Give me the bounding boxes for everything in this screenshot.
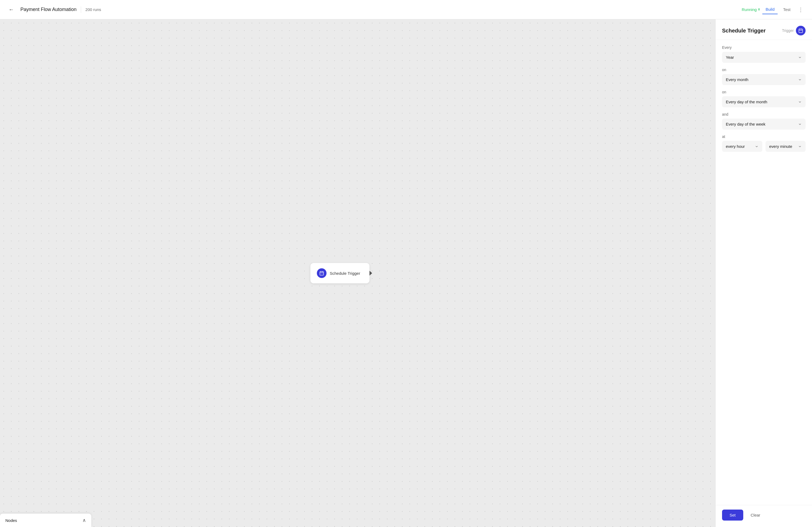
tab-build[interactable]: Build [762,5,778,14]
trigger-badge-text: Trigger [782,28,794,33]
status-chevron-icon: ⬆ [758,8,760,11]
schedule-trigger-node[interactable]: Schedule Trigger [310,263,369,283]
every-label: Every [722,45,806,50]
and-label: and [722,112,806,117]
status-running[interactable]: Running ⬆ [742,7,760,12]
more-menu-button[interactable]: ⋮ [796,5,806,14]
runs-count: 200 runs [85,7,101,12]
back-button[interactable]: ← [6,5,16,14]
panel-badge: Trigger [782,26,806,35]
on-day-month-select[interactable]: Every day of the month 1 5 10 15 20 25 3… [722,96,806,107]
nodes-label: Nodes [5,518,17,523]
collapse-button[interactable]: ∧ [83,517,86,523]
and-day-week-group: and Every day of the week Monday Tuesday… [722,112,806,130]
at-group: at every hour 0 1 6 12 18 every minute 0… [722,134,806,152]
every-select[interactable]: Year Month Week Day Hour Minute [722,52,806,63]
on-month-select[interactable]: Every month January February March April… [722,74,806,85]
main-area: Schedule Trigger Nodes ∧ Schedule Trigge… [0,19,812,527]
svg-rect-0 [320,272,323,275]
clear-button[interactable]: Clear [746,510,765,521]
header-divider [81,6,81,13]
node-icon [317,268,327,278]
panel-title: Schedule Trigger [722,28,766,34]
page-title: Payment Flow Automation [20,7,76,12]
header: ← Payment Flow Automation 200 runs Runni… [0,0,812,19]
on-month-group: on Every month January February March Ap… [722,67,806,85]
at-minute-select[interactable]: every minute 0 5 10 15 30 45 [766,141,806,152]
panel-form: Every Year Month Week Day Hour Minute on… [715,40,812,505]
svg-rect-4 [799,29,802,33]
and-day-week-select[interactable]: Every day of the week Monday Tuesday Wed… [722,119,806,130]
panel-footer: Set Clear [715,505,812,527]
tab-test[interactable]: Test [780,5,794,14]
node-label: Schedule Trigger [330,271,360,275]
every-group: Every Year Month Week Day Hour Minute [722,45,806,63]
header-right: Running ⬆ Build Test ⋮ [742,5,806,14]
status-label: Running [742,7,757,12]
panel-badge-icon [796,26,806,35]
nodes-bar: Nodes ∧ [0,514,91,527]
canvas[interactable]: Schedule Trigger Nodes ∧ [0,19,715,527]
on-day-month-label: on [722,90,806,94]
right-panel: Schedule Trigger Trigger Every [715,19,812,527]
on-day-month-group: on Every day of the month 1 5 10 15 20 2… [722,90,806,107]
on-month-label: on [722,67,806,72]
header-left: ← Payment Flow Automation 200 runs [6,5,101,14]
at-label: at [722,134,806,139]
at-row: every hour 0 1 6 12 18 every minute 0 5 … [722,141,806,152]
set-button[interactable]: Set [722,510,743,521]
node-connector [369,271,372,275]
at-hour-select[interactable]: every hour 0 1 6 12 18 [722,141,762,152]
panel-header: Schedule Trigger Trigger [715,19,812,40]
